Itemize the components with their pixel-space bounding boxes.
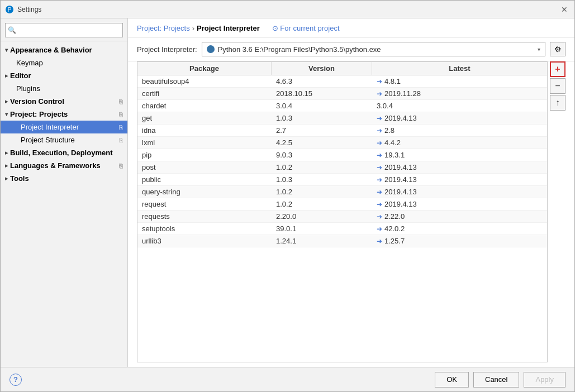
copy-icon: ⎘: [119, 162, 123, 169]
interpreter-select[interactable]: Python 3.6 E:\Program Files\Python3.5\py…: [202, 42, 545, 56]
table-row[interactable]: lxml4.2.5➜4.4.2: [137, 137, 547, 149]
python-icon: [207, 45, 215, 53]
package-version: 3.0.4: [272, 100, 372, 112]
svg-text:P: P: [8, 7, 12, 13]
table-row[interactable]: query-string1.0.2➜2019.4.13: [137, 186, 547, 198]
table-row[interactable]: idna2.7➜2.8: [137, 125, 547, 137]
table-row[interactable]: get1.0.3➜2019.4.13: [137, 112, 547, 125]
gear-icon: ⚙: [554, 45, 562, 54]
sidebar-item-label: Tools: [10, 174, 29, 183]
table-row[interactable]: public1.0.3➜2019.4.13: [137, 174, 547, 186]
sidebar-item-label: Project Structure: [21, 136, 75, 144]
chevron-right-icon: ▸: [5, 162, 8, 169]
sidebar-item-keymap[interactable]: Keymap: [1, 56, 127, 69]
footer: ? OK Cancel Apply: [1, 367, 574, 391]
package-version: 4.6.3: [272, 75, 372, 87]
breadcrumb-parent[interactable]: Project: Projects: [137, 24, 190, 32]
upgrade-arrow-icon: ➜: [377, 139, 382, 147]
package-table: Package Version Latest beautifulsoup44.6…: [137, 61, 548, 362]
latest-version-text: 2019.4.13: [384, 114, 417, 122]
column-package: Package: [137, 62, 272, 75]
sidebar-item-project-structure[interactable]: Project Structure ⎘: [1, 133, 127, 146]
upgrade-arrow-icon: ➜: [377, 200, 382, 208]
package-name: setuptools: [137, 223, 272, 235]
package-version: 1.0.2: [272, 186, 372, 198]
search-icon: 🔍: [8, 26, 16, 34]
table-row[interactable]: urllib31.24.1➜1.25.7: [137, 235, 547, 247]
package-latest: ➜42.0.2: [372, 223, 547, 235]
package-latest: ➜2019.4.13: [372, 198, 547, 210]
upgrade-arrow-icon: ➜: [377, 127, 382, 135]
sidebar-item-tools[interactable]: ▸ Tools: [1, 172, 127, 185]
close-button[interactable]: ✕: [559, 4, 570, 15]
add-package-button[interactable]: +: [550, 61, 566, 77]
upgrade-arrow-icon: ➜: [377, 213, 382, 221]
table-row[interactable]: beautifulsoup44.6.3➜4.8.1: [137, 75, 547, 88]
for-current-project-link[interactable]: ⊙ For current project: [272, 24, 340, 32]
sidebar-item-languages[interactable]: ▸ Languages & Frameworks ⎘: [1, 159, 127, 172]
package-latest: ➜2.22.0: [372, 211, 547, 222]
chevron-right-icon: ▸: [5, 73, 8, 79]
table-row[interactable]: pip9.0.3➜19.3.1: [137, 149, 547, 161]
question-mark-icon: ?: [13, 375, 18, 384]
sidebar-item-project-interpreter[interactable]: Project Interpreter ⎘: [1, 121, 127, 133]
sidebar-item-label: Keymap: [16, 59, 43, 67]
upgrade-arrow-icon: ➜: [377, 151, 382, 159]
ok-button[interactable]: OK: [435, 372, 469, 388]
sidebar-item-plugins[interactable]: Plugins: [1, 82, 127, 95]
sidebar-item-project-projects[interactable]: ▾ Project: Projects ⎘: [1, 108, 127, 121]
latest-version-text: 2019.4.13: [384, 175, 417, 184]
package-name: get: [137, 112, 272, 124]
table-row[interactable]: setuptools39.0.1➜42.0.2: [137, 223, 547, 235]
table-row[interactable]: post1.0.2➜2019.4.13: [137, 161, 547, 174]
help-button[interactable]: ?: [9, 374, 22, 386]
package-name: urllib3: [137, 235, 272, 247]
breadcrumb-separator: ›: [192, 24, 194, 32]
table-row[interactable]: request1.0.2➜2019.4.13: [137, 198, 547, 211]
package-latest: ➜2019.4.13: [372, 161, 547, 173]
sidebar-item-version-control[interactable]: ▸ Version Control ⎘: [1, 95, 127, 108]
copy-icon: ⎘: [119, 98, 123, 105]
sidebar-nav: ▾ Appearance & Behavior Keymap ▸ Editor …: [1, 41, 127, 367]
package-name: public: [137, 174, 272, 185]
sidebar-item-appearance[interactable]: ▾ Appearance & Behavior: [1, 44, 127, 56]
apply-button[interactable]: Apply: [524, 372, 566, 388]
table-row[interactable]: requests2.20.0➜2.22.0: [137, 211, 547, 223]
interpreter-gear-button[interactable]: ⚙: [550, 42, 566, 56]
upgrade-arrow-icon: ➜: [377, 188, 382, 196]
titlebar: P Settings ✕: [1, 1, 574, 18]
main-header: Project: Projects › Project Interpreter …: [128, 18, 574, 37]
package-name: query-string: [137, 186, 272, 198]
latest-version-text: 19.3.1: [384, 151, 405, 159]
sidebar-item-label: Plugins: [16, 84, 40, 93]
package-version: 2.7: [272, 125, 372, 136]
cancel-button[interactable]: Cancel: [473, 372, 519, 388]
package-version: 1.0.3: [272, 174, 372, 185]
latest-version-text: 2019.4.13: [384, 200, 417, 208]
package-latest: ➜2019.4.13: [372, 186, 547, 198]
latest-version-text: 2019.4.13: [384, 163, 417, 171]
table-header: Package Version Latest: [137, 62, 547, 75]
search-wrap[interactable]: 🔍: [5, 23, 123, 37]
package-name: request: [137, 198, 272, 210]
table-actions: + − ↑: [548, 61, 566, 362]
remove-package-button[interactable]: −: [550, 78, 566, 94]
copy-icon: ⎘: [119, 111, 123, 118]
latest-version-text: 2019.4.13: [384, 188, 417, 196]
app-icon: P: [5, 5, 14, 14]
table-row[interactable]: certifi2018.10.15➜2019.11.28: [137, 88, 547, 100]
upgrade-arrow-icon: ➜: [377, 225, 382, 233]
upgrade-arrow-icon: ➜: [377, 90, 382, 98]
window-title: Settings: [17, 6, 555, 13]
table-row[interactable]: chardet3.0.43.0.4: [137, 100, 547, 112]
interpreter-row: Project Interpreter: Python 3.6 E:\Progr…: [128, 37, 574, 61]
sidebar: 🔍 ▾ Appearance & Behavior Keymap ▸ Edito…: [1, 18, 128, 367]
chevron-down-icon: ▾: [5, 47, 8, 53]
package-name: chardet: [137, 100, 272, 112]
sidebar-item-editor[interactable]: ▸ Editor: [1, 69, 127, 82]
package-latest: ➜1.25.7: [372, 235, 547, 247]
sidebar-item-build-execution[interactable]: ▸ Build, Execution, Deployment: [1, 146, 127, 159]
settings-window: P Settings ✕ 🔍 ▾ Appearance & Behavior K…: [0, 0, 575, 392]
search-input[interactable]: [18, 26, 120, 35]
upgrade-package-button[interactable]: ↑: [550, 95, 566, 111]
